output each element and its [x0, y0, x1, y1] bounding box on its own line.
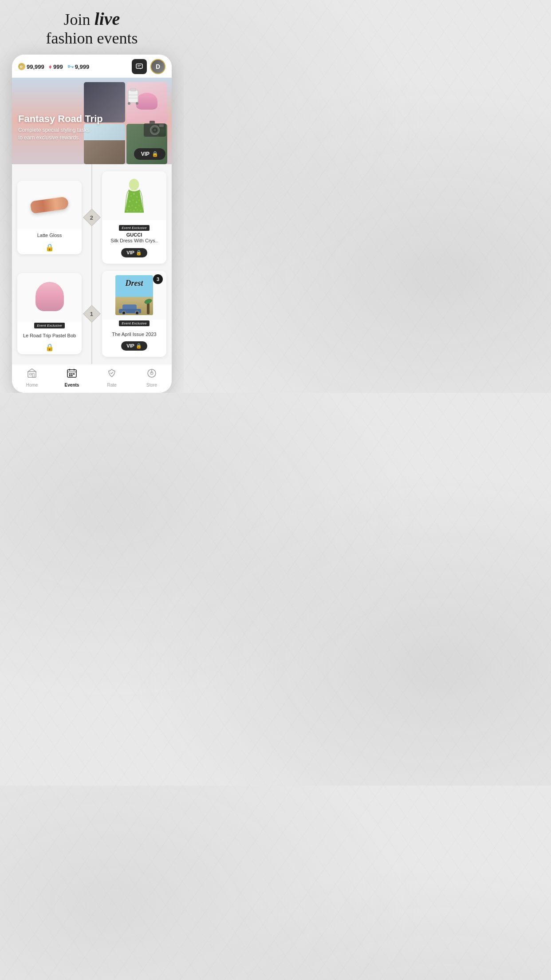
pastel-bob-image	[17, 273, 82, 322]
phone-mockup: Ð 99,999 ♦ 999 🗝 9,999	[12, 55, 172, 393]
svg-point-21	[138, 199, 140, 201]
april-issue-image: 3 Drest	[102, 271, 166, 320]
svg-rect-12	[150, 121, 155, 124]
headline-fashion: fashion events	[46, 29, 138, 47]
currency-group: Ð 99,999 ♦ 999 🗝 9,999	[18, 63, 89, 70]
svg-text:Ð: Ð	[20, 65, 23, 69]
badge-3: 3	[153, 274, 163, 284]
event-exclusive-badge-april: Event Exclusive	[119, 320, 149, 326]
svg-rect-31	[28, 371, 36, 377]
event-exclusive-area: Event Exclusive	[17, 323, 82, 330]
svg-rect-32	[30, 373, 31, 375]
latte-gloss-info: Latte Gloss	[17, 229, 82, 240]
key-currency: 🗝 9,999	[67, 63, 90, 70]
events-icon	[67, 368, 77, 381]
step-number-1: 1	[90, 310, 93, 317]
lock-icon-hero: 🔒	[152, 151, 158, 157]
event-exclusive-badge-bob: Event Exclusive	[34, 323, 64, 328]
pastel-bob-lock: 🔒	[17, 340, 82, 354]
step-number-2: 2	[90, 214, 93, 221]
svg-point-18	[129, 201, 131, 202]
avatar-button[interactable]: D	[150, 59, 165, 74]
pastel-bob-name: Le Road Trip Pastel Bob	[21, 332, 78, 339]
headline-live: live	[94, 9, 120, 29]
hero-banner: Fantasy Road Trip Complete special styli…	[12, 78, 172, 164]
coin-icon: Ð	[18, 63, 25, 70]
svg-point-7	[136, 102, 138, 105]
key-icon: 🗝	[67, 63, 74, 70]
message-button[interactable]	[132, 59, 147, 74]
timeline-section: Latte Gloss 🔒 2	[12, 164, 172, 364]
svg-rect-1	[136, 64, 142, 68]
latte-gloss-card[interactable]: Latte Gloss 🔒	[17, 181, 82, 254]
svg-point-26	[126, 210, 128, 212]
svg-point-30	[140, 210, 142, 212]
svg-point-6	[128, 102, 130, 105]
svg-rect-42	[71, 375, 73, 376]
header-actions: D	[132, 59, 165, 74]
gucci-dress-image	[102, 171, 166, 220]
gucci-vip-area: VIP 🔒	[102, 246, 166, 264]
luggage-area	[125, 86, 142, 111]
latte-gloss-lock: 🔒	[17, 241, 82, 254]
gucci-brand: GUCCI	[106, 232, 163, 237]
vip-hero-label: VIP	[141, 151, 150, 157]
gucci-dress-name: Silk Dress With Crys..	[106, 237, 163, 244]
hero-text: Fantasy Road Trip Complete special styli…	[18, 113, 103, 141]
svg-point-29	[137, 209, 138, 211]
hero-subtitle: Complete special styling tasksto earn ex…	[18, 126, 103, 142]
latte-gloss-name: Latte Gloss	[21, 232, 78, 238]
gucci-dress-card[interactable]: Event Exclusive GUCCI Silk Dress With Cr…	[102, 171, 166, 263]
svg-point-24	[135, 207, 137, 209]
home-icon	[27, 368, 37, 381]
gem-value: 999	[53, 63, 63, 70]
nav-store[interactable]: Store	[132, 368, 172, 387]
store-icon	[146, 368, 157, 381]
april-issue-name: The April Issue 2023	[106, 331, 163, 337]
vip-pill-gucci[interactable]: VIP 🔒	[121, 248, 147, 257]
nav-events-label: Events	[65, 383, 79, 387]
nav-rate[interactable]: Rate	[92, 368, 132, 387]
event-exclusive-badge-gucci: Event Exclusive	[119, 225, 149, 231]
svg-point-28	[133, 210, 135, 212]
magazine-img: Drest	[115, 275, 153, 315]
april-issue-card[interactable]: 3 Drest	[102, 271, 166, 357]
svg-point-20	[136, 202, 138, 203]
nav-store-label: Store	[146, 383, 157, 387]
svg-rect-39	[71, 373, 73, 375]
pastel-bob-card[interactable]: Event Exclusive Le Road Trip Pastel Bob …	[17, 273, 82, 354]
headline: Join live fashion events	[46, 9, 138, 47]
svg-point-19	[132, 199, 134, 201]
lock-icon-latte: 🔒	[45, 243, 54, 252]
svg-point-15	[130, 195, 132, 197]
content-area: Latte Gloss 🔒 2	[12, 164, 172, 364]
pastel-bob-info: Le Road Trip Pastel Bob	[17, 330, 82, 340]
key-value: 9,999	[75, 63, 90, 70]
hero-title: Fantasy Road Trip	[18, 113, 103, 125]
nav-home-label: Home	[26, 383, 38, 387]
svg-point-17	[136, 196, 138, 198]
nav-events[interactable]: Events	[52, 368, 92, 387]
april-exclusive-area: Event Exclusive	[102, 320, 166, 328]
svg-point-27	[130, 209, 132, 211]
camera-area	[142, 118, 168, 140]
headline-join: Join	[64, 11, 94, 28]
svg-rect-40	[73, 373, 75, 375]
svg-rect-2	[128, 90, 138, 103]
nav-home[interactable]: Home	[12, 368, 52, 387]
april-vip-area: VIP 🔒	[102, 339, 166, 357]
diamond-marker-1: 1	[83, 267, 100, 360]
vip-pill-april[interactable]: VIP 🔒	[121, 341, 147, 351]
gem-currency: ♦ 999	[49, 63, 63, 70]
svg-point-22	[128, 205, 130, 207]
timeline-row-2: Latte Gloss 🔒 2	[12, 164, 172, 267]
bottom-nav: Home Events	[12, 364, 172, 393]
svg-rect-13	[159, 124, 164, 127]
rate-icon	[106, 368, 117, 381]
svg-point-14	[129, 179, 139, 190]
vip-hero-button[interactable]: VIP 🔒	[134, 148, 165, 160]
gem-icon: ♦	[49, 63, 52, 70]
page-wrapper: Join live fashion events Ð 99,999 ♦ 999 …	[0, 9, 184, 393]
svg-point-16	[133, 193, 135, 195]
lock-icon-bob: 🔒	[45, 343, 54, 352]
